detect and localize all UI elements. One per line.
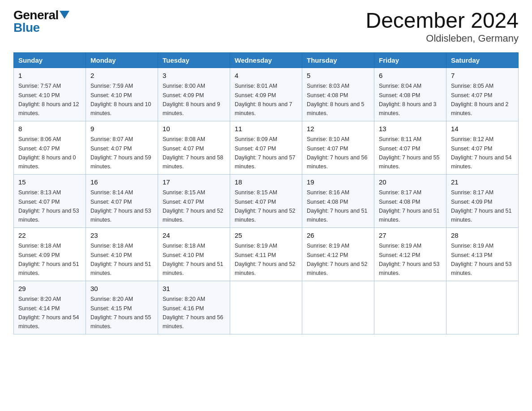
day-info: Sunrise: 8:16 AMSunset: 4:08 PMDaylight:…: [307, 189, 368, 223]
day-info: Sunrise: 8:15 AMSunset: 4:07 PMDaylight:…: [163, 189, 223, 223]
day-number: 19: [307, 177, 369, 188]
calendar-cell: 2Sunrise: 7:59 AMSunset: 4:10 PMDaylight…: [86, 68, 158, 121]
day-info: Sunrise: 8:13 AMSunset: 4:07 PMDaylight:…: [18, 189, 79, 223]
calendar-cell: 16Sunrise: 8:14 AMSunset: 4:07 PMDayligh…: [86, 174, 158, 227]
calendar-cell: [446, 281, 519, 334]
logo-arrow-icon: [60, 11, 69, 19]
day-info: Sunrise: 8:11 AMSunset: 4:07 PMDaylight:…: [379, 136, 440, 170]
svg-marker-0: [60, 11, 69, 19]
logo-blue-text: Blue: [13, 21, 40, 34]
day-info: Sunrise: 8:20 AMSunset: 4:15 PMDaylight:…: [90, 296, 151, 330]
day-info: Sunrise: 8:03 AMSunset: 4:08 PMDaylight:…: [307, 83, 365, 116]
calendar-table: SundayMondayTuesdayWednesdayThursdayFrid…: [13, 52, 519, 334]
header-sunday: Sunday: [14, 52, 86, 68]
calendar-cell: 25Sunrise: 8:19 AMSunset: 4:11 PMDayligh…: [230, 227, 302, 281]
day-info: Sunrise: 8:18 AMSunset: 4:09 PMDaylight:…: [18, 243, 79, 276]
day-number: 1: [18, 71, 81, 81]
day-info: Sunrise: 8:06 AMSunset: 4:07 PMDaylight:…: [18, 136, 76, 170]
day-info: Sunrise: 8:15 AMSunset: 4:07 PMDaylight:…: [235, 189, 296, 223]
day-number: 28: [451, 231, 514, 241]
day-info: Sunrise: 8:19 AMSunset: 4:12 PMDaylight:…: [307, 243, 368, 276]
day-info: Sunrise: 8:19 AMSunset: 4:11 PMDaylight:…: [235, 243, 296, 276]
calendar-cell: 27Sunrise: 8:19 AMSunset: 4:12 PMDayligh…: [374, 227, 446, 281]
page-subtitle: Oldisleben, Germany: [365, 33, 519, 44]
calendar-cell: 19Sunrise: 8:16 AMSunset: 4:08 PMDayligh…: [302, 174, 374, 227]
day-number: 11: [235, 124, 297, 134]
day-number: 14: [451, 124, 514, 134]
day-info: Sunrise: 8:12 AMSunset: 4:07 PMDaylight:…: [451, 136, 512, 170]
calendar-cell: 6Sunrise: 8:04 AMSunset: 4:08 PMDaylight…: [374, 68, 446, 121]
calendar-cell: 23Sunrise: 8:18 AMSunset: 4:10 PMDayligh…: [86, 227, 158, 281]
day-info: Sunrise: 8:19 AMSunset: 4:13 PMDaylight:…: [451, 243, 512, 276]
day-info: Sunrise: 8:20 AMSunset: 4:16 PMDaylight:…: [163, 296, 223, 330]
day-number: 20: [379, 177, 442, 188]
calendar-week-3: 15Sunrise: 8:13 AMSunset: 4:07 PMDayligh…: [14, 174, 519, 227]
day-info: Sunrise: 7:57 AMSunset: 4:10 PMDaylight:…: [18, 83, 79, 116]
day-number: 7: [451, 71, 514, 81]
calendar-week-5: 29Sunrise: 8:20 AMSunset: 4:14 PMDayligh…: [14, 281, 519, 334]
day-number: 23: [90, 231, 153, 241]
calendar-cell: 12Sunrise: 8:10 AMSunset: 4:07 PMDayligh…: [302, 121, 374, 174]
day-info: Sunrise: 8:00 AMSunset: 4:09 PMDaylight:…: [163, 83, 220, 116]
header-tuesday: Tuesday: [158, 52, 230, 68]
calendar-cell: 21Sunrise: 8:17 AMSunset: 4:09 PMDayligh…: [446, 174, 519, 227]
day-info: Sunrise: 8:14 AMSunset: 4:07 PMDaylight:…: [90, 189, 151, 223]
calendar-cell: 18Sunrise: 8:15 AMSunset: 4:07 PMDayligh…: [230, 174, 302, 227]
day-info: Sunrise: 8:07 AMSunset: 4:07 PMDaylight:…: [90, 136, 151, 170]
logo-general-text: General: [13, 9, 59, 21]
day-info: Sunrise: 8:08 AMSunset: 4:07 PMDaylight:…: [163, 136, 223, 170]
page-header: General Blue December 2024 Oldisleben, G…: [13, 9, 519, 44]
calendar-cell: [302, 281, 374, 334]
day-number: 5: [307, 71, 369, 81]
calendar-cell: 26Sunrise: 8:19 AMSunset: 4:12 PMDayligh…: [302, 227, 374, 281]
calendar-week-4: 22Sunrise: 8:18 AMSunset: 4:09 PMDayligh…: [14, 227, 519, 281]
calendar-cell: 30Sunrise: 8:20 AMSunset: 4:15 PMDayligh…: [86, 281, 158, 334]
calendar-cell: 28Sunrise: 8:19 AMSunset: 4:13 PMDayligh…: [446, 227, 519, 281]
day-number: 6: [379, 71, 442, 81]
day-number: 13: [379, 124, 442, 134]
day-number: 31: [163, 284, 225, 294]
calendar-cell: 3Sunrise: 8:00 AMSunset: 4:09 PMDaylight…: [158, 68, 230, 121]
day-number: 8: [18, 124, 81, 134]
header-thursday: Thursday: [302, 52, 374, 68]
day-info: Sunrise: 7:59 AMSunset: 4:10 PMDaylight:…: [90, 83, 151, 116]
day-number: 25: [235, 231, 297, 241]
day-info: Sunrise: 8:18 AMSunset: 4:10 PMDaylight:…: [90, 243, 151, 276]
calendar-week-2: 8Sunrise: 8:06 AMSunset: 4:07 PMDaylight…: [14, 121, 519, 174]
day-number: 24: [163, 231, 225, 241]
calendar-cell: 10Sunrise: 8:08 AMSunset: 4:07 PMDayligh…: [158, 121, 230, 174]
day-number: 29: [18, 284, 81, 294]
day-info: Sunrise: 8:18 AMSunset: 4:10 PMDaylight:…: [163, 243, 223, 276]
day-number: 17: [163, 177, 225, 188]
day-number: 4: [235, 71, 297, 81]
calendar-cell: 14Sunrise: 8:12 AMSunset: 4:07 PMDayligh…: [446, 121, 519, 174]
header-monday: Monday: [86, 52, 158, 68]
day-number: 18: [235, 177, 297, 188]
day-info: Sunrise: 8:10 AMSunset: 4:07 PMDaylight:…: [307, 136, 368, 170]
day-number: 22: [18, 231, 81, 241]
day-info: Sunrise: 8:19 AMSunset: 4:12 PMDaylight:…: [379, 243, 440, 276]
day-info: Sunrise: 8:09 AMSunset: 4:07 PMDaylight:…: [235, 136, 296, 170]
calendar-cell: 8Sunrise: 8:06 AMSunset: 4:07 PMDaylight…: [14, 121, 86, 174]
calendar-cell: 9Sunrise: 8:07 AMSunset: 4:07 PMDaylight…: [86, 121, 158, 174]
day-number: 26: [307, 231, 369, 241]
calendar-cell: 29Sunrise: 8:20 AMSunset: 4:14 PMDayligh…: [14, 281, 86, 334]
day-number: 3: [163, 71, 225, 81]
calendar-cell: 31Sunrise: 8:20 AMSunset: 4:16 PMDayligh…: [158, 281, 230, 334]
day-number: 10: [163, 124, 225, 134]
day-info: Sunrise: 8:20 AMSunset: 4:14 PMDaylight:…: [18, 296, 79, 330]
day-number: 2: [90, 71, 153, 81]
calendar-header-row: SundayMondayTuesdayWednesdayThursdayFrid…: [14, 52, 519, 68]
day-info: Sunrise: 8:05 AMSunset: 4:07 PMDaylight:…: [451, 83, 509, 116]
header-wednesday: Wednesday: [230, 52, 302, 68]
calendar-cell: 22Sunrise: 8:18 AMSunset: 4:09 PMDayligh…: [14, 227, 86, 281]
header-saturday: Saturday: [446, 52, 519, 68]
day-number: 9: [90, 124, 153, 134]
logo: General Blue: [13, 9, 69, 34]
calendar-cell: 13Sunrise: 8:11 AMSunset: 4:07 PMDayligh…: [374, 121, 446, 174]
day-info: Sunrise: 8:01 AMSunset: 4:09 PMDaylight:…: [235, 83, 292, 116]
day-number: 21: [451, 177, 514, 188]
day-number: 27: [379, 231, 442, 241]
calendar-cell: 20Sunrise: 8:17 AMSunset: 4:08 PMDayligh…: [374, 174, 446, 227]
day-info: Sunrise: 8:17 AMSunset: 4:09 PMDaylight:…: [451, 189, 512, 223]
